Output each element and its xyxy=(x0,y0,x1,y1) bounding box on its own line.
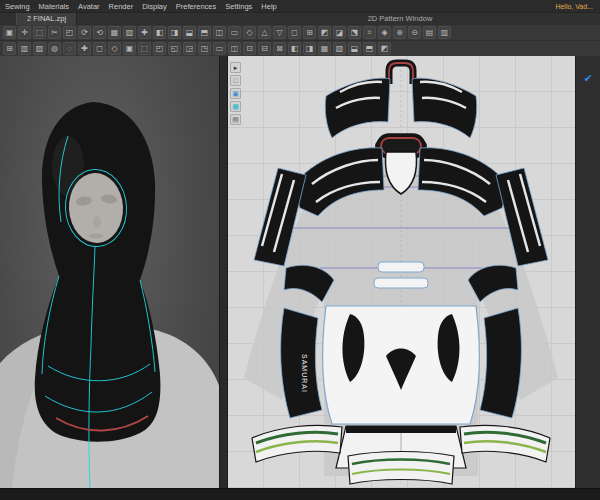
toolbar-icon[interactable]: ✛ xyxy=(18,26,31,39)
balaclava-hood[interactable] xyxy=(35,102,161,442)
viewport-divider[interactable] xyxy=(219,56,228,488)
toolbar-icon[interactable]: ✚ xyxy=(138,26,151,39)
toolbar-icon[interactable]: ⬓ xyxy=(348,42,361,55)
toolbar-icon[interactable]: ⊡ xyxy=(243,42,256,55)
2d-window-title: 2D Pattern Window xyxy=(300,14,500,23)
toolbar-icon[interactable]: ⊖ xyxy=(408,26,421,39)
menu-item[interactable]: Materials xyxy=(39,2,69,11)
menu-item[interactable]: Avatar xyxy=(78,2,100,11)
toolbar-icon[interactable]: ◇ xyxy=(243,26,256,39)
toolbar-icon[interactable]: ◨ xyxy=(168,26,181,39)
right-side-strip: ✔ xyxy=(575,56,600,488)
toolbar-icon[interactable]: ◇ xyxy=(108,42,121,55)
menu-item[interactable]: Help xyxy=(261,2,276,11)
toolbar-icon[interactable]: ⊟ xyxy=(258,42,271,55)
toolbar-icon[interactable]: ⬚ xyxy=(138,42,151,55)
toolbar-icon[interactable]: ◩ xyxy=(378,42,391,55)
toolbar-icon[interactable]: ⬓ xyxy=(183,26,196,39)
pattern-brand-text: SAMURAI xyxy=(301,354,308,393)
toolbar-icon[interactable]: ⬒ xyxy=(198,26,211,39)
toolbar-icon[interactable]: ◨ xyxy=(303,42,316,55)
tab-bar: 2 FINAL.zpj 2D Pattern Window xyxy=(0,12,600,24)
2d-mini-toolbar: ▸□▣▦▤ xyxy=(230,62,241,125)
toolbar-icon[interactable]: ▤ xyxy=(423,26,436,39)
toolbar-icon[interactable]: ▭ xyxy=(213,42,226,55)
toolbar-icon[interactable]: ◫ xyxy=(213,26,226,39)
toolbar-icon[interactable]: ▨ xyxy=(33,42,46,55)
toolbar-icon[interactable]: ✚ xyxy=(78,42,91,55)
toolbar-icon[interactable]: ⊕ xyxy=(393,26,406,39)
menu-item[interactable]: Render xyxy=(109,2,134,11)
nose-shade xyxy=(93,216,101,228)
menu-bar: SewingMaterialsAvatarRenderDisplayPrefer… xyxy=(0,0,600,12)
toolbar-icon[interactable]: ◍ xyxy=(48,42,61,55)
toolbar-icon[interactable]: ▥ xyxy=(438,26,451,39)
toolbar-icon[interactable]: ▧ xyxy=(123,26,136,39)
toolbar-icon[interactable]: ▦ xyxy=(108,26,121,39)
toolbar-icon[interactable]: ▥ xyxy=(18,42,31,55)
toolbar-icon[interactable]: ⊞ xyxy=(3,42,16,55)
toolbar-icon[interactable]: ▦ xyxy=(318,42,331,55)
toolbar-icon[interactable]: △ xyxy=(258,26,271,39)
toolbar-icon[interactable]: ◳ xyxy=(198,42,211,55)
toolbar-icon[interactable]: ◩ xyxy=(318,26,331,39)
2d-tool-icon[interactable]: ▦ xyxy=(230,101,241,112)
toolbar-icon[interactable]: ▽ xyxy=(273,26,286,39)
toolbar-icon[interactable]: ▭ xyxy=(228,26,241,39)
toolbar-icon[interactable]: ◻ xyxy=(288,26,301,39)
menu-item[interactable]: Sewing xyxy=(5,2,30,11)
toolbar-icon[interactable]: ◰ xyxy=(153,42,166,55)
project-tab[interactable]: 2 FINAL.zpj xyxy=(16,13,77,25)
pattern-canvas[interactable]: SAMURAI xyxy=(228,56,575,488)
2d-tool-icon[interactable]: ▣ xyxy=(230,88,241,99)
confirm-check-icon[interactable]: ✔ xyxy=(583,72,592,84)
toolbar-icon[interactable]: ⟳ xyxy=(78,26,91,39)
user-greeting[interactable]: Hello, Vad... xyxy=(555,3,595,10)
2d-tool-icon[interactable]: ▸ xyxy=(230,62,241,73)
pattern-piece-strip-2[interactable] xyxy=(374,278,428,288)
project-tab-label: 2 FINAL.zpj xyxy=(27,14,66,23)
toolbar-icon[interactable]: ⬔ xyxy=(348,26,361,39)
menu-item[interactable]: Preferences xyxy=(176,2,216,11)
toolbar-icon[interactable]: ▧ xyxy=(333,42,346,55)
toolbar-icon[interactable]: ⬒ xyxy=(363,42,376,55)
toolbar-icon[interactable]: ⌗ xyxy=(363,26,376,39)
toolbar-icon[interactable]: ⟲ xyxy=(93,26,106,39)
viewport-area: ▸□▣▦▤ xyxy=(0,56,600,488)
toolbar-icon[interactable]: ◱ xyxy=(168,42,181,55)
toolbar-icon[interactable]: ◌ xyxy=(63,42,76,55)
pattern-piece-cuff-center[interactable] xyxy=(348,452,454,485)
toolbar-icon[interactable]: ◪ xyxy=(333,26,346,39)
toolbar-icon[interactable]: ◻ xyxy=(93,42,106,55)
toolbar-icon[interactable]: ◫ xyxy=(228,42,241,55)
toolbar-row-2: ⊞▥▨◍◌✚◻◇▣⬚◰◱◲◳▭◫⊡⊟⊠◧◨▦▧⬓⬒◩ xyxy=(0,40,600,56)
toolbar-icon[interactable]: ⬚ xyxy=(33,26,46,39)
2d-tool-icon[interactable]: □ xyxy=(230,75,241,86)
toolbar-icon[interactable]: ✂ xyxy=(48,26,61,39)
3d-viewport[interactable] xyxy=(0,56,219,488)
menu-item[interactable]: Display xyxy=(142,2,167,11)
toolbar-icon[interactable]: ▣ xyxy=(123,42,136,55)
toolbar-icon[interactable]: ⊞ xyxy=(303,26,316,39)
toolbar-icon[interactable]: ◰ xyxy=(63,26,76,39)
toolbar-icon[interactable]: ◲ xyxy=(183,42,196,55)
menu-item[interactable]: Settings xyxy=(225,2,252,11)
bottom-status-bar xyxy=(0,488,600,500)
toolbar-icon[interactable]: ◧ xyxy=(288,42,301,55)
toolbar-icon[interactable]: ◧ xyxy=(153,26,166,39)
pattern-piece-strip-1[interactable] xyxy=(378,262,424,272)
toolbar-icon[interactable]: ▣ xyxy=(3,26,16,39)
3d-avatar-scene[interactable] xyxy=(0,56,219,488)
2d-pattern-viewport[interactable]: ▸□▣▦▤ xyxy=(228,56,575,488)
2d-tool-icon[interactable]: ▤ xyxy=(230,114,241,125)
toolbar-row-1: ▣✛⬚✂◰⟳⟲▦▧✚◧◨⬓⬒◫▭◇△▽◻⊞◩◪⬔⌗◈⊕⊖▤▥ xyxy=(0,24,600,40)
app-window: SewingMaterialsAvatarRenderDisplayPrefer… xyxy=(0,0,600,500)
mouth-shade xyxy=(89,234,103,239)
toolbar-icon[interactable]: ⊠ xyxy=(273,42,286,55)
toolbar-icon[interactable]: ◈ xyxy=(378,26,391,39)
